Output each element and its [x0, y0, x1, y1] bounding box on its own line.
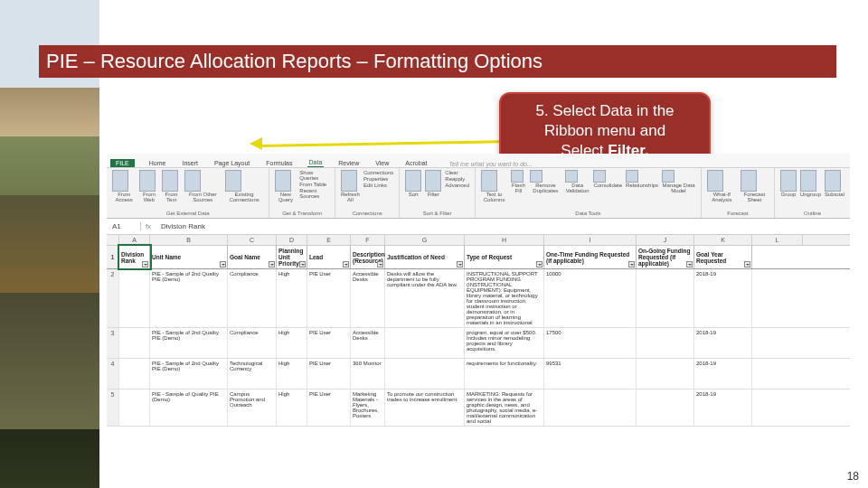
fx-label: fx — [141, 222, 156, 230]
tab-insert[interactable]: Insert — [180, 159, 200, 167]
new-query-icon[interactable] — [275, 170, 291, 192]
arrow-head-1 — [250, 137, 262, 150]
slide-title-bar: PIE – Resource Allocation Reports – Form… — [39, 45, 836, 78]
flash-fill-icon[interactable] — [511, 170, 524, 183]
filter-dropdown-icon[interactable] — [536, 261, 542, 267]
data-validation-icon[interactable] — [565, 170, 578, 183]
text-to-columns-icon[interactable] — [481, 170, 497, 192]
tab-acrobat[interactable]: Acrobat — [403, 159, 429, 167]
header-row: 1 Division Rank Unit Name Goal Name Plan… — [107, 246, 850, 269]
tab-page-layout[interactable]: Page Layout — [212, 159, 251, 167]
filter-dropdown-icon[interactable] — [142, 261, 148, 267]
callout1-text1: 5. Select Data in the — [512, 101, 698, 121]
filter-dropdown-icon[interactable] — [343, 261, 349, 267]
slide-title: PIE – Resource Allocation Reports – Form… — [46, 50, 542, 73]
group-sort-filter: Sort Filter ClearReapplyAdvanced Sort & … — [400, 168, 476, 218]
refresh-all-icon[interactable] — [341, 170, 357, 192]
table-row: 4PIE - Sample of 2nd Quality PIE (Demo)T… — [107, 359, 850, 389]
name-box[interactable]: A1 — [107, 222, 141, 230]
group-connections: Refresh All ConnectionsPropertiesEdit Li… — [335, 168, 400, 218]
group-outline: Group Ungroup Subtotal Outline — [775, 168, 850, 218]
sort-icon[interactable] — [405, 170, 421, 192]
tab-file[interactable]: FILE — [110, 159, 135, 167]
group-icon[interactable] — [780, 170, 797, 192]
table-row: 3PIE - Sample of 2nd Quality PIE (Demo)C… — [107, 328, 850, 359]
callout1-text2: Ribbon menu and — [512, 121, 698, 141]
group-get-external-data: From Access From Web From Text From Othe… — [107, 168, 269, 218]
formula-bar[interactable]: Division Rank — [156, 222, 205, 230]
tab-data[interactable]: Data — [307, 158, 325, 167]
relationships-icon[interactable] — [626, 170, 638, 183]
ungroup-icon[interactable] — [800, 170, 816, 192]
name-box-bar: A1 fx Division Rank — [107, 219, 850, 235]
page-number: 18 — [847, 470, 859, 483]
consolidate-icon[interactable] — [593, 170, 606, 183]
from-web-icon[interactable] — [139, 170, 156, 192]
forecast-sheet-icon[interactable] — [741, 170, 757, 192]
filter-dropdown-icon[interactable] — [457, 261, 463, 267]
ribbon-tabs: FILE Home Insert Page Layout Formulas Da… — [107, 154, 850, 168]
from-other-icon[interactable] — [184, 170, 201, 192]
existing-conn-icon[interactable] — [225, 170, 241, 192]
filter-dropdown-icon[interactable] — [377, 261, 383, 267]
table-row: 2PIE - Sample of 2nd Quality PIE (Demo)C… — [107, 269, 850, 328]
tab-home[interactable]: Home — [147, 159, 168, 167]
filter-icon[interactable] — [425, 170, 441, 192]
table-row: 5PIE - Sample of Quality PIE (Demo)Campu… — [107, 389, 850, 427]
tab-view[interactable]: View — [373, 159, 391, 167]
filter-dropdown-icon[interactable] — [686, 261, 693, 267]
from-text-icon[interactable] — [162, 170, 178, 192]
tell-me[interactable]: Tell me what you want to do... — [448, 161, 532, 167]
filter-dropdown-icon[interactable] — [744, 261, 750, 267]
tab-review[interactable]: Review — [336, 159, 361, 167]
from-access-icon[interactable] — [112, 170, 128, 192]
what-if-icon[interactable] — [707, 170, 723, 192]
ribbon-body: From Access From Web From Text From Othe… — [107, 168, 850, 219]
excel-screenshot: FILE Home Insert Page Layout Formulas Da… — [107, 154, 850, 461]
data-model-icon[interactable] — [662, 170, 675, 183]
filter-dropdown-icon[interactable] — [628, 261, 635, 267]
group-get-transform: New Query Show QueriesFrom TableRecent S… — [269, 168, 335, 218]
tab-formulas[interactable]: Formulas — [264, 159, 294, 167]
remove-dup-icon[interactable] — [530, 170, 542, 183]
arrow-to-data-tab — [259, 140, 499, 147]
filter-dropdown-icon[interactable] — [269, 261, 275, 267]
filter-dropdown-icon[interactable] — [299, 261, 306, 267]
group-forecast: What-If Analysis Forecast Sheet Forecast — [702, 168, 775, 218]
group-data-tools: Text to Columns Flash Fill Remove Duplic… — [476, 168, 702, 218]
column-letters: A B C D E F G H I J K L — [107, 235, 850, 246]
filter-dropdown-icon[interactable] — [220, 261, 226, 267]
spreadsheet-grid: A B C D E F G H I J K L 1 Division Rank … — [107, 235, 850, 427]
subtotal-icon[interactable] — [825, 170, 841, 192]
